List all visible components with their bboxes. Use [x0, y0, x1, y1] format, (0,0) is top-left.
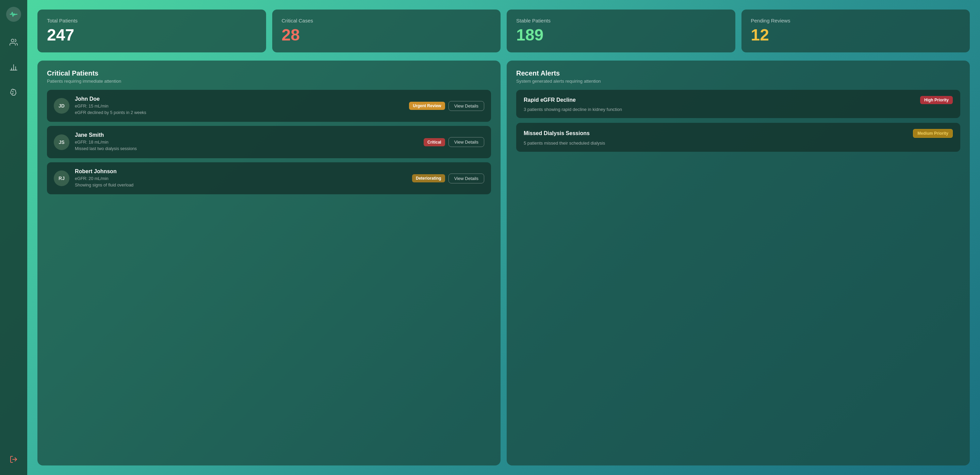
patient-detail2-jane-smith: Missed last two dialysis sessions: [75, 146, 418, 152]
patient-name-robert-johnson: Robert Johnson: [75, 168, 407, 175]
patient-card-john-doe: JD John Doe eGFR: 15 mL/min eGFR decline…: [47, 90, 491, 122]
stat-label-critical-cases: Critical Cases: [282, 18, 492, 24]
bottom-row: Critical Patients Patients requiring imm…: [37, 60, 970, 465]
priority-badge-high: High Priority: [920, 96, 953, 104]
avatar-john-doe: JD: [54, 98, 69, 114]
patient-info-john-doe: John Doe eGFR: 15 mL/min eGFR declined b…: [75, 96, 404, 116]
sidebar-nav: [7, 35, 21, 442]
alert-card-rapid-egfr: Rapid eGFR Decline High Priority 3 patie…: [516, 90, 960, 118]
critical-patients-subtitle: Patients requiring immediate attention: [47, 79, 491, 84]
brain-icon: [10, 89, 18, 97]
badge-urgent-review: Urgent Review: [409, 102, 445, 110]
stat-value-total-patients: 247: [47, 26, 256, 44]
patient-info-jane-smith: Jane Smith eGFR: 18 mL/min Missed last t…: [75, 132, 418, 152]
stat-value-critical-cases: 28: [282, 26, 492, 44]
alert-header-rapid-egfr: Rapid eGFR Decline High Priority: [524, 96, 953, 104]
alert-desc-rapid-egfr: 3 patients showing rapid decline in kidn…: [524, 107, 953, 112]
main-content: Total Patients 247 Critical Cases 28 Sta…: [27, 0, 980, 475]
recent-alerts-header: Recent Alerts System generated alerts re…: [516, 70, 960, 84]
stat-value-pending-reviews: 12: [751, 26, 961, 44]
critical-patients-title: Critical Patients: [47, 70, 491, 77]
stat-value-stable-patients: 189: [516, 26, 726, 44]
patient-name-john-doe: John Doe: [75, 96, 404, 102]
view-details-robert-johnson[interactable]: View Details: [449, 173, 484, 183]
priority-badge-medium: Medium Priority: [913, 129, 953, 138]
patient-card-jane-smith: JS Jane Smith eGFR: 18 mL/min Missed las…: [47, 126, 491, 158]
patient-detail1-john-doe: eGFR: 15 mL/min: [75, 103, 404, 110]
stat-card-total-patients: Total Patients 247: [37, 10, 266, 52]
recent-alerts-subtitle: System generated alerts requiring attent…: [516, 79, 960, 84]
patient-actions-jane-smith: Critical View Details: [424, 137, 484, 147]
sidebar-item-logout[interactable]: [7, 453, 21, 468]
stats-row: Total Patients 247 Critical Cases 28 Sta…: [37, 10, 970, 52]
alert-title-missed-dialysis: Missed Dialysis Sessions: [524, 130, 590, 137]
logout-icon: [10, 455, 18, 464]
logo[interactable]: [6, 7, 21, 22]
badge-critical: Critical: [424, 138, 445, 146]
alert-title-rapid-egfr: Rapid eGFR Decline: [524, 97, 576, 103]
recent-alerts-panel: Recent Alerts System generated alerts re…: [507, 60, 970, 465]
alert-header-missed-dialysis: Missed Dialysis Sessions Medium Priority: [524, 129, 953, 138]
stat-label-pending-reviews: Pending Reviews: [751, 18, 961, 24]
chart-icon: [10, 63, 18, 71]
patient-detail2-robert-johnson: Showing signs of fluid overload: [75, 182, 407, 189]
avatar-jane-smith: JS: [54, 134, 69, 150]
patient-info-robert-johnson: Robert Johnson eGFR: 20 mL/min Showing s…: [75, 168, 407, 189]
critical-patients-header: Critical Patients Patients requiring imm…: [47, 70, 491, 84]
svg-point-0: [11, 39, 14, 42]
patient-detail1-jane-smith: eGFR: 18 mL/min: [75, 139, 418, 146]
patient-actions-robert-johnson: Deteriorating View Details: [412, 173, 484, 183]
alert-desc-missed-dialysis: 5 patients missed their scheduled dialys…: [524, 141, 953, 146]
sidebar-item-ai[interactable]: [7, 86, 21, 102]
avatar-robert-johnson: RJ: [54, 170, 69, 186]
view-details-jane-smith[interactable]: View Details: [449, 137, 484, 147]
stat-card-critical-cases: Critical Cases 28: [272, 10, 501, 52]
patient-name-jane-smith: Jane Smith: [75, 132, 418, 138]
patient-detail2-john-doe: eGFR declined by 5 points in 2 weeks: [75, 110, 404, 116]
patient-actions-john-doe: Urgent Review View Details: [409, 101, 484, 111]
pulse-icon: [10, 10, 18, 18]
sidebar-item-analytics[interactable]: [7, 60, 21, 76]
stat-card-pending-reviews: Pending Reviews 12: [741, 10, 970, 52]
patient-list: JD John Doe eGFR: 15 mL/min eGFR decline…: [47, 90, 491, 195]
recent-alerts-title: Recent Alerts: [516, 70, 960, 77]
view-details-john-doe[interactable]: View Details: [449, 101, 484, 111]
users-icon: [10, 38, 18, 46]
stat-card-stable-patients: Stable Patients 189: [507, 10, 735, 52]
patient-card-robert-johnson: RJ Robert Johnson eGFR: 20 mL/min Showin…: [47, 162, 491, 195]
stat-label-total-patients: Total Patients: [47, 18, 256, 24]
badge-deteriorating: Deteriorating: [412, 174, 445, 183]
critical-patients-panel: Critical Patients Patients requiring imm…: [37, 60, 501, 465]
alert-card-missed-dialysis: Missed Dialysis Sessions Medium Priority…: [516, 123, 960, 152]
sidebar-item-patients[interactable]: [7, 35, 21, 51]
alert-list: Rapid eGFR Decline High Priority 3 patie…: [516, 90, 960, 152]
sidebar: [0, 0, 27, 475]
stat-label-stable-patients: Stable Patients: [516, 18, 726, 24]
patient-detail1-robert-johnson: eGFR: 20 mL/min: [75, 176, 407, 182]
